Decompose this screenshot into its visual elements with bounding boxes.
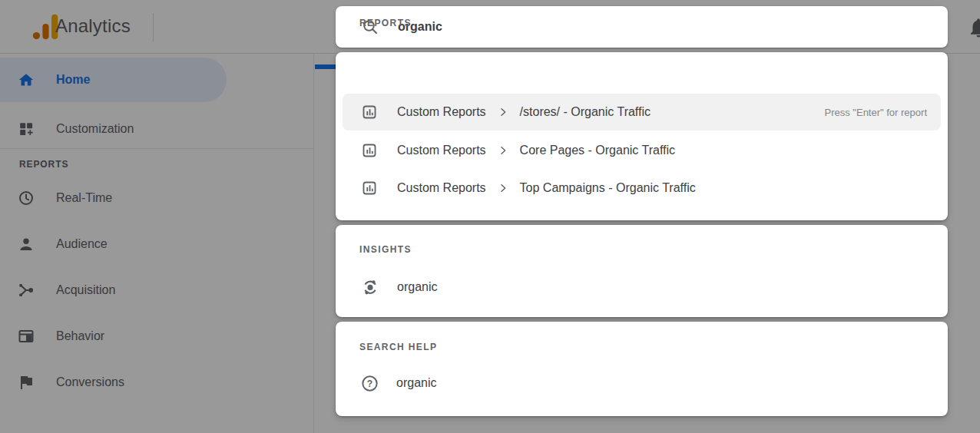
chevron-right-icon	[497, 144, 509, 157]
report-name: Core Pages - Organic Traffic	[520, 144, 675, 157]
search-results-reports-card: REPORTS Custom Reports /stores/ - Organi…	[336, 52, 948, 220]
report-icon	[361, 104, 378, 121]
search-help-card: SEARCH HELP ? organic	[336, 322, 948, 416]
report-result-row[interactable]: Custom Reports Core Pages - Organic Traf…	[343, 132, 941, 169]
results-section-label: INSIGHTS	[359, 244, 412, 255]
report-name: /stores/ - Organic Traffic	[520, 105, 651, 119]
insights-icon	[360, 277, 380, 297]
report-category: Custom Reports	[397, 181, 486, 195]
search-help-query: organic	[396, 376, 436, 390]
svg-text:?: ?	[367, 378, 372, 388]
search-results-insights-card: INSIGHTS organic	[336, 225, 948, 317]
results-section-label: SEARCH HELP	[359, 342, 437, 352]
report-category: Custom Reports	[397, 105, 486, 119]
chevron-right-icon	[497, 106, 509, 118]
report-result-row[interactable]: Custom Reports Top Campaigns - Organic T…	[343, 170, 941, 207]
chevron-right-icon	[497, 182, 509, 194]
report-name: Top Campaigns - Organic Traffic	[520, 181, 696, 195]
search-input[interactable]: organic	[336, 6, 948, 48]
results-section-label: REPORTS	[359, 18, 412, 28]
report-icon	[361, 142, 378, 159]
report-result-row[interactable]: Custom Reports /stores/ - Organic Traffi…	[343, 94, 941, 131]
press-enter-hint: Press "Enter" for report	[825, 107, 928, 118]
report-category: Custom Reports	[397, 144, 486, 157]
report-icon	[361, 180, 378, 197]
search-help-row[interactable]: ? organic	[343, 365, 941, 402]
insight-result-row[interactable]: organic	[343, 269, 941, 306]
help-question-icon: ?	[360, 374, 379, 393]
insight-query: organic	[397, 280, 437, 294]
